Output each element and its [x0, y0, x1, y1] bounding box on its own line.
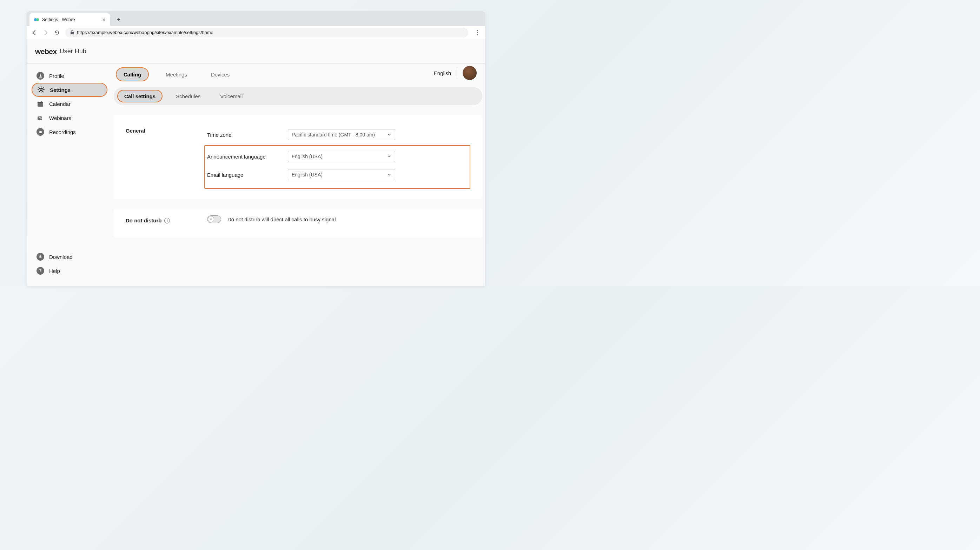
brand-row: webex User Hub — [27, 39, 485, 64]
email-value: English (USA) — [292, 172, 323, 178]
svg-point-7 — [40, 89, 42, 91]
section-title-dnd: Do not disturb i — [126, 216, 207, 223]
subtab-call-settings[interactable]: Call settings — [117, 90, 162, 102]
webex-favicon — [34, 17, 39, 22]
brand-sub: User Hub — [60, 48, 86, 55]
sidebar-item-calendar[interactable]: Calendar — [32, 97, 107, 111]
body: English Profile Settings — [27, 64, 485, 286]
back-button[interactable] — [30, 28, 39, 38]
sidebar-item-label: Calendar — [49, 101, 70, 107]
email-label: Email language — [207, 172, 288, 178]
svg-rect-11 — [41, 101, 42, 102]
close-tab-icon[interactable]: × — [101, 17, 107, 22]
field-announcement-language: Announcement language English (USA) — [207, 147, 468, 166]
language-highlight: Announcement language English (USA) Emai… — [204, 145, 470, 189]
field-email-language: Email language English (USA) — [207, 166, 468, 184]
general-card: General Time zone Pacific standard time … — [114, 115, 482, 199]
announcement-select[interactable]: English (USA) — [288, 151, 395, 162]
sidebar-item-label: Profile — [49, 73, 64, 79]
secondary-tabs: Call settings Schedules Voicemail — [114, 87, 482, 105]
sidebar-item-label: Recordings — [49, 129, 76, 135]
sidebar-item-label: Download — [49, 254, 73, 260]
svg-rect-9 — [38, 102, 43, 103]
sidebar-item-settings[interactable]: Settings — [32, 83, 107, 97]
tab-calling[interactable]: Calling — [116, 67, 149, 81]
browser-menu-button[interactable] — [473, 28, 482, 38]
primary-tabs: Calling Meetings Devices — [114, 67, 482, 81]
dnd-toggle[interactable]: × — [207, 216, 221, 223]
info-icon[interactable]: i — [164, 218, 170, 223]
tab-devices[interactable]: Devices — [204, 67, 237, 81]
subtab-schedules[interactable]: Schedules — [170, 90, 207, 102]
calendar-icon — [37, 100, 44, 108]
announcement-value: English (USA) — [292, 154, 323, 159]
page: webex User Hub English Profile — [27, 39, 485, 286]
chevron-down-icon — [387, 133, 391, 137]
new-tab-button[interactable]: + — [114, 15, 124, 25]
sidebar-item-label: Webinars — [49, 115, 71, 121]
lock-icon — [70, 30, 74, 35]
forward-button[interactable] — [41, 28, 51, 38]
sidebar-item-profile[interactable]: Profile — [32, 69, 107, 83]
svg-point-3 — [477, 30, 478, 31]
main: Calling Meetings Devices Call settings S… — [111, 64, 485, 286]
divider — [457, 69, 457, 77]
browser-tab-title: Settings - Webex — [42, 17, 98, 22]
subtab-voicemail[interactable]: Voicemail — [214, 90, 249, 102]
svg-point-6 — [40, 74, 41, 76]
chevron-down-icon — [387, 173, 391, 177]
svg-rect-10 — [38, 101, 39, 102]
dnd-title: Do not disturb — [126, 217, 161, 223]
svg-point-1 — [36, 18, 39, 21]
browser-tab-bar: Settings - Webex × + — [27, 11, 485, 26]
sidebar-item-label: Help — [49, 268, 60, 274]
brand-logo: webex — [35, 48, 57, 56]
toggle-knob: × — [208, 216, 214, 222]
section-title-general: General — [126, 125, 207, 134]
webinar-icon — [37, 114, 44, 122]
svg-point-4 — [477, 32, 478, 33]
dnd-description: Do not disturb will direct all calls to … — [228, 216, 336, 222]
timezone-label: Time zone — [207, 132, 288, 138]
top-right: English — [434, 66, 477, 80]
download-icon — [37, 253, 44, 261]
tab-meetings[interactable]: Meetings — [159, 67, 194, 81]
dnd-toggle-row: × Do not disturb will direct all calls t… — [207, 216, 470, 223]
help-icon: ? — [37, 267, 44, 275]
reload-button[interactable] — [52, 28, 62, 38]
svg-point-5 — [477, 34, 478, 35]
url-bar: https://example.webex.com/webappng/sites… — [27, 26, 485, 39]
sidebar-item-label: Settings — [50, 87, 70, 93]
browser-tab[interactable]: Settings - Webex × — [30, 13, 110, 26]
announcement-label: Announcement language — [207, 154, 288, 160]
person-icon — [37, 72, 44, 79]
url-text: https://example.webex.com/webappng/sites… — [77, 30, 213, 35]
svg-rect-2 — [70, 32, 74, 34]
record-icon — [37, 128, 44, 136]
email-select[interactable]: English (USA) — [288, 169, 395, 180]
sidebar-item-recordings[interactable]: Recordings — [32, 125, 107, 139]
sidebar-item-webinars[interactable]: Webinars — [32, 111, 107, 125]
sidebar-item-help[interactable]: ? Help — [32, 264, 107, 278]
sidebar: Profile Settings Calendar — [27, 64, 111, 286]
field-timezone: Time zone Pacific standard time (GMT - 8… — [207, 125, 470, 144]
dnd-card: Do not disturb i × Do not disturb will d… — [114, 209, 482, 238]
chevron-down-icon — [387, 154, 391, 159]
timezone-value: Pacific standard time (GMT - 8:00 am) — [292, 132, 375, 138]
avatar[interactable] — [463, 66, 477, 80]
language-selector[interactable]: English — [434, 70, 451, 76]
timezone-select[interactable]: Pacific standard time (GMT - 8:00 am) — [288, 129, 395, 140]
gear-icon — [37, 86, 45, 94]
url-field[interactable]: https://example.webex.com/webappng/sites… — [65, 28, 468, 38]
browser-window: Settings - Webex × + https://example.web… — [27, 11, 485, 286]
sidebar-item-download[interactable]: Download — [32, 250, 107, 264]
